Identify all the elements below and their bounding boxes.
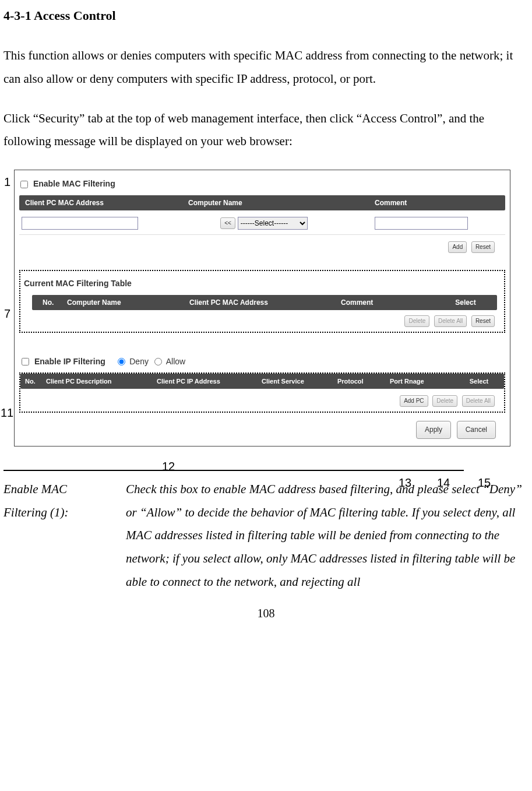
enable-ip-filtering-label: Enable IP Filtering xyxy=(34,357,105,366)
mac-input-row: << ------Select------ xyxy=(19,210,505,235)
enable-ip-filtering-row: Enable IP Filtering Deny Allow xyxy=(19,349,505,372)
deny-label: Deny xyxy=(129,357,149,366)
apply-cancel-row: Apply Cancel xyxy=(19,413,505,440)
callout-14: 14 xyxy=(437,472,450,494)
add-pc-button[interactable]: Add PC xyxy=(400,395,428,407)
cancel-button[interactable]: Cancel xyxy=(457,421,496,439)
ip-col-desc: Client PC Description xyxy=(46,375,157,388)
section-heading: 4-3-1 Access Control xyxy=(3,3,529,28)
ip-col-select: Select xyxy=(454,375,504,388)
divider xyxy=(3,470,464,471)
deny-radio[interactable] xyxy=(118,358,125,365)
header-client-mac: Client PC MAC Address xyxy=(19,196,171,210)
enable-mac-filtering-row: Enable MAC Filtering xyxy=(19,174,505,195)
reset-button-2[interactable]: Reset xyxy=(471,315,495,327)
ip-table-header: No. Client PC Description Client PC IP A… xyxy=(20,374,504,389)
header-comment: Comment xyxy=(357,196,505,210)
comment-input[interactable] xyxy=(375,217,468,230)
col-client-mac: Client PC MAC Address xyxy=(189,296,341,310)
delete-button[interactable]: Delete xyxy=(404,315,429,327)
definition-row: Enable MAC Filtering (1): Check this box… xyxy=(3,478,528,594)
col-comment: Comment xyxy=(341,296,434,310)
ip-col-port: Port Rnage xyxy=(390,375,454,388)
mac-table-header: No. Computer Name Client PC MAC Address … xyxy=(32,295,497,310)
computer-name-select[interactable]: ------Select------ xyxy=(238,217,308,230)
header-computer-name: Computer Name xyxy=(171,196,357,210)
apply-button[interactable]: Apply xyxy=(416,421,451,439)
callout-13: 13 xyxy=(399,472,411,494)
client-mac-input[interactable] xyxy=(22,217,138,230)
callout-1: 1 xyxy=(4,171,10,193)
enable-mac-filtering-label: Enable MAC Filtering xyxy=(33,179,115,188)
screenshot-figure-wrap: 1 2 3 4 5 6 7 8 9 10 11 12 13 14 15 Enab… xyxy=(14,170,529,446)
ip-delete-button[interactable]: Delete xyxy=(432,395,457,407)
ip-delete-all-button[interactable]: Delete All xyxy=(462,395,495,407)
ip-col-no: No. xyxy=(20,375,46,388)
definition-description: Check this box to enable MAC address bas… xyxy=(126,478,528,594)
mac-table-buttons: Delete Delete All Reset xyxy=(22,310,503,331)
allow-radio[interactable] xyxy=(154,358,162,365)
ip-col-ip: Client PC IP Address xyxy=(157,375,262,388)
insert-button[interactable]: << xyxy=(220,217,235,229)
current-mac-table-title: Current MAC Filtering Table xyxy=(22,272,503,295)
page-number: 108 xyxy=(3,602,529,624)
ip-col-service: Client Service xyxy=(262,375,337,388)
definition-term: Enable MAC Filtering (1): xyxy=(3,478,126,594)
allow-label: Allow xyxy=(166,357,185,366)
current-mac-table-box: Current MAC Filtering Table No. Computer… xyxy=(19,270,505,332)
col-select: Select xyxy=(434,296,497,310)
callout-11: 11 xyxy=(1,402,13,424)
col-computer-name: Computer Name xyxy=(67,296,189,310)
col-no: No. xyxy=(32,296,67,310)
intro-paragraph-2: Click “Security” tab at the top of web m… xyxy=(3,107,529,154)
callout-7: 7 xyxy=(4,303,10,325)
mac-input-header: Client PC MAC Address Computer Name Comm… xyxy=(19,195,505,210)
mac-add-reset-row: Add Reset xyxy=(19,235,505,256)
intro-paragraph-1: This function allows or denies computers… xyxy=(3,44,529,91)
enable-ip-filtering-checkbox[interactable] xyxy=(22,358,29,365)
ip-filtering-box: No. Client PC Description Client PC IP A… xyxy=(19,372,505,413)
callout-15: 15 xyxy=(478,472,491,494)
ip-table-buttons: Add PC Delete Delete All xyxy=(20,389,504,412)
enable-mac-filtering-checkbox[interactable] xyxy=(20,181,28,188)
callout-12: 12 xyxy=(162,455,175,477)
ip-col-protocol: Protocol xyxy=(337,375,390,388)
add-button[interactable]: Add xyxy=(448,241,467,253)
reset-button[interactable]: Reset xyxy=(471,241,495,253)
router-screenshot: Enable MAC Filtering Client PC MAC Addre… xyxy=(14,170,510,446)
delete-all-button[interactable]: Delete All xyxy=(434,315,467,327)
